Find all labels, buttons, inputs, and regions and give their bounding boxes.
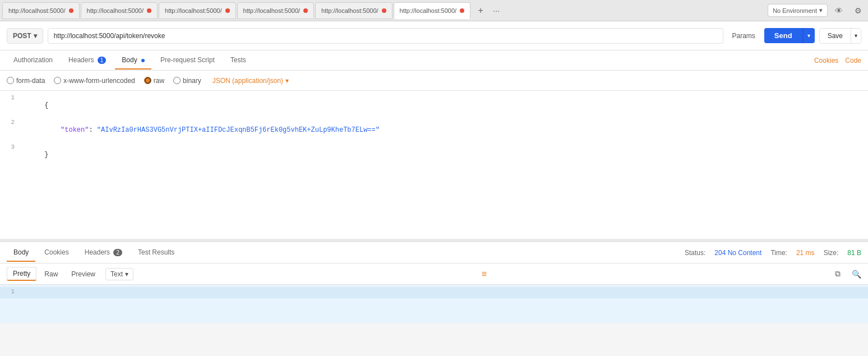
code-link[interactable]: Code (845, 57, 861, 64)
chevron-down-icon: ▾ (819, 7, 823, 14)
tab-tests[interactable]: Tests (224, 52, 253, 70)
resp-preview-tab[interactable]: Preview (66, 268, 101, 280)
tab-dot-2 (147, 8, 151, 13)
wrap-button[interactable]: ≡ (482, 269, 487, 279)
tab-headers[interactable]: Headers 1 (62, 52, 113, 70)
new-tab-button[interactable]: + (473, 3, 488, 19)
method-chevron-icon: ▾ (34, 32, 37, 40)
time-label: Time: (770, 249, 787, 257)
save-button[interactable]: Save (820, 29, 851, 43)
line-content-2: "token": "AIvRzIa0rHAS3VG5nVrjPTIX+aIIFD… (20, 118, 868, 142)
line-number-2: 2 (0, 118, 20, 126)
send-button[interactable]: Send (764, 28, 802, 43)
editor-line-3: 3 } (0, 142, 868, 167)
environment-selector[interactable]: No Environment ▾ (768, 4, 828, 17)
tab-bar: http://localhost:5000/ http://localhost:… (0, 0, 868, 21)
tab-dot-4 (303, 8, 308, 13)
editor-line-1: 1 { (0, 93, 868, 118)
line-content-3: } (20, 143, 868, 167)
eye-icon[interactable]: 👁 (831, 3, 847, 19)
browser-tab-5[interactable]: http://localhost:5000/ (315, 2, 393, 19)
browser-tab-3[interactable]: http://localhost:5000/ (159, 2, 236, 19)
tab-dot-6 (460, 8, 464, 13)
text-chevron-icon: ▾ (125, 270, 128, 278)
browser-tab-1[interactable]: http://localhost:5000/ (2, 2, 80, 19)
resp-tab-cookies[interactable]: Cookies (38, 244, 75, 262)
resp-headers-badge: 2 (113, 249, 122, 256)
save-button-group: Save ▾ (819, 28, 861, 44)
line-number-3: 3 (0, 143, 20, 150)
resp-line-number-1: 1 (0, 288, 20, 295)
settings-icon[interactable]: ⚙ (850, 3, 866, 19)
resp-tab-test-results[interactable]: Test Results (131, 244, 181, 262)
search-button[interactable]: 🔍 (852, 270, 861, 279)
response-section: Body Cookies Headers 2 Test Results Stat… (0, 242, 868, 323)
browser-tab-6[interactable]: http://localhost:5000/ (394, 2, 471, 19)
body-dot (141, 59, 145, 62)
status-value: 204 No Content (714, 249, 761, 257)
form-data-option[interactable]: form-data (7, 77, 45, 85)
cookies-link[interactable]: Cookies (814, 57, 838, 64)
body-options: form-data x-www-form-urlencoded raw bina… (0, 71, 868, 91)
req-tabs-right: Cookies Code (814, 57, 861, 64)
tab-bar-right: No Environment ▾ 👁 ⚙ (768, 3, 866, 19)
time-value: 21 ms (796, 249, 815, 257)
tab-authorization[interactable]: Authorization (7, 52, 59, 70)
tab-dot-1 (69, 8, 73, 13)
status-label: Status: (685, 249, 705, 257)
request-bar: POST ▾ Params Send ▾ Save ▾ (0, 21, 868, 50)
browser-tab-2[interactable]: http://localhost:5000/ (81, 2, 158, 19)
text-type-selector[interactable]: Text ▾ (105, 268, 133, 280)
method-selector[interactable]: POST ▾ (7, 28, 43, 44)
size-label: Size: (824, 249, 839, 257)
urlencoded-option[interactable]: x-www-form-urlencoded (54, 77, 135, 85)
save-dropdown-button[interactable]: ▾ (851, 29, 861, 43)
copy-button[interactable]: ⧉ (835, 269, 841, 279)
params-button[interactable]: Params (728, 29, 760, 43)
resp-pretty-tab[interactable]: Pretty (7, 267, 36, 281)
response-editor[interactable]: 1 (0, 285, 868, 323)
tab-dot-3 (225, 8, 230, 13)
raw-option[interactable]: raw (144, 77, 164, 85)
tab-more-button[interactable]: ··· (488, 3, 504, 19)
editor-line-2: 2 "token": "AIvRzIa0rHAS3VG5nVrjPTIX+aII… (0, 118, 868, 142)
tab-pre-request[interactable]: Pre-request Script (154, 52, 221, 70)
tab-label-6: http://localhost:5000/ (400, 7, 457, 14)
binary-option[interactable]: binary (173, 77, 201, 85)
json-chevron-icon: ▾ (285, 77, 289, 85)
request-editor[interactable]: 1 { 2 "token": "AIvRzIa0rHAS3VG5nVrjPTIX… (0, 91, 868, 242)
tab-label-2: http://localhost:5000/ (87, 7, 144, 14)
browser-tab-4[interactable]: http://localhost:5000/ (237, 2, 315, 19)
response-tabs: Body Cookies Headers 2 Test Results Stat… (0, 242, 868, 263)
headers-badge: 1 (98, 57, 107, 64)
resp-tab-body[interactable]: Body (7, 244, 35, 262)
tab-body[interactable]: Body (115, 52, 151, 70)
method-label: POST (13, 32, 31, 40)
line-number-1: 1 (0, 94, 20, 101)
resp-editor-line-1: 1 (0, 287, 868, 298)
url-input[interactable] (48, 28, 723, 44)
resp-tab-headers[interactable]: Headers 2 (78, 244, 129, 262)
tab-label-3: http://localhost:5000/ (165, 7, 222, 14)
tab-label-1: http://localhost:5000/ (8, 7, 66, 14)
resp-raw-tab[interactable]: Raw (39, 268, 63, 280)
size-value: 81 B (847, 249, 861, 257)
response-body-tabs: Pretty Raw Preview Text ▾ ≡ ⧉ 🔍 (0, 263, 868, 285)
env-label: No Environment (773, 7, 817, 14)
line-content-1: { (20, 94, 868, 117)
tab-label-5: http://localhost:5000/ (321, 7, 378, 14)
tab-label-4: http://localhost:5000/ (243, 7, 301, 14)
json-type-selector[interactable]: JSON (application/json) ▾ (213, 77, 289, 85)
tab-dot-5 (382, 8, 386, 13)
request-tabs: Authorization Headers 1 Body Pre-request… (0, 50, 868, 71)
send-button-group: Send ▾ (764, 28, 815, 43)
send-dropdown-button[interactable]: ▾ (802, 28, 815, 43)
response-meta: Status: 204 No Content Time: 21 ms Size:… (685, 249, 861, 257)
